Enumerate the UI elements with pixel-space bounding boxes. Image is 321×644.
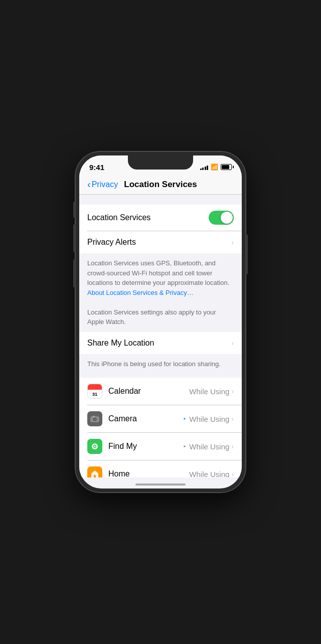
spacer xyxy=(79,195,242,205)
app-permission-value: While Using xyxy=(189,470,229,478)
list-item[interactable]: Home While Using › xyxy=(79,460,242,477)
app-row-right: ‣ While Using › xyxy=(183,415,234,423)
app-row-left: 31 Calendar xyxy=(87,384,189,399)
status-icons: 📶 xyxy=(200,164,232,171)
description-text2: Location Services settings also apply to… xyxy=(87,308,216,326)
mute-button[interactable] xyxy=(73,202,75,218)
chevron-icon2: › xyxy=(231,339,234,347)
svg-point-3 xyxy=(94,418,96,420)
list-item[interactable]: 31 Calendar While Using › xyxy=(79,378,242,405)
content-scroll[interactable]: Location Services Privacy Alerts › Locat… xyxy=(79,195,242,477)
about-link[interactable]: About Location Services & Privacy… xyxy=(87,289,194,296)
location-services-toggle[interactable] xyxy=(209,211,234,225)
power-button[interactable] xyxy=(246,234,248,274)
privacy-alerts-right: › xyxy=(231,238,234,246)
phone-frame: 9:41 📶 ‹ Privacy Location Services xyxy=(75,151,246,493)
app-row-left: Find My xyxy=(87,439,183,454)
chevron-icon: › xyxy=(231,470,234,477)
app-icon-calendar: 31 xyxy=(87,384,102,399)
list-item[interactable]: Camera ‣ While Using › xyxy=(79,405,242,432)
app-icon-findmy xyxy=(87,439,102,454)
location-services-section: Location Services Privacy Alerts › xyxy=(79,205,242,253)
description-text1: Location Services uses GPS, Bluetooth, a… xyxy=(87,259,229,286)
wifi-icon: 📶 xyxy=(211,164,218,171)
notch xyxy=(128,155,193,170)
app-name-label: Calendar xyxy=(108,387,141,396)
app-permission-value: While Using xyxy=(189,387,229,396)
chevron-icon: › xyxy=(231,415,234,423)
location-arrow-icon: ‣ xyxy=(183,416,186,422)
location-services-row[interactable]: Location Services xyxy=(79,205,242,231)
privacy-alerts-row[interactable]: Privacy Alerts › xyxy=(79,231,242,253)
share-my-location-label: Share My Location xyxy=(87,339,154,348)
signal-icon xyxy=(200,164,209,170)
volume-up-button[interactable] xyxy=(73,224,75,252)
phone-screen: 9:41 📶 ‹ Privacy Location Services xyxy=(79,155,242,489)
app-name-label: Home xyxy=(108,469,130,477)
app-icon-home xyxy=(87,466,102,477)
apps-section: 31 Calendar While Using › Camera ‣ xyxy=(79,378,242,477)
location-services-label: Location Services xyxy=(87,213,150,222)
nav-title: Location Services xyxy=(124,180,197,190)
share-location-section: Share My Location › xyxy=(79,332,242,354)
app-permission-value: While Using xyxy=(189,415,229,423)
back-label: Privacy xyxy=(92,180,118,189)
app-permission-value: While Using xyxy=(189,442,229,451)
spacer3 xyxy=(79,374,242,378)
share-my-location-row[interactable]: Share My Location › xyxy=(79,332,242,354)
chevron-icon: › xyxy=(231,238,234,246)
chevron-icon: › xyxy=(231,442,234,450)
toggle-knob xyxy=(221,212,233,224)
svg-rect-4 xyxy=(93,416,95,417)
app-name-label: Find My xyxy=(108,442,137,451)
back-chevron-icon: ‹ xyxy=(87,179,91,190)
app-row-right: While Using › xyxy=(189,470,234,478)
back-button[interactable]: ‹ Privacy xyxy=(87,179,118,190)
app-row-left: Home xyxy=(87,466,189,477)
nav-bar: ‹ Privacy Location Services xyxy=(79,176,242,195)
privacy-alerts-label: Privacy Alerts xyxy=(87,238,136,247)
status-time: 9:41 xyxy=(89,163,104,172)
app-name-label: Camera xyxy=(108,414,137,423)
app-row-right: While Using › xyxy=(189,387,234,396)
app-row-left: Camera xyxy=(87,411,183,426)
location-arrow-icon: ‣ xyxy=(183,443,186,450)
description-section: Location Services uses GPS, Bluetooth, a… xyxy=(79,253,242,332)
share-my-location-right: › xyxy=(231,339,234,347)
home-indicator xyxy=(135,484,186,486)
list-item[interactable]: Find My ‣ While Using › xyxy=(79,433,242,460)
volume-down-button[interactable] xyxy=(73,259,75,287)
chevron-icon: › xyxy=(231,387,234,395)
app-row-right: ‣ While Using › xyxy=(183,442,234,451)
battery-icon xyxy=(221,164,232,170)
share-location-sub: This iPhone is being used for location s… xyxy=(87,360,221,368)
app-icon-camera xyxy=(87,411,102,426)
share-location-description: This iPhone is being used for location s… xyxy=(79,354,242,374)
svg-point-7 xyxy=(94,446,96,447)
